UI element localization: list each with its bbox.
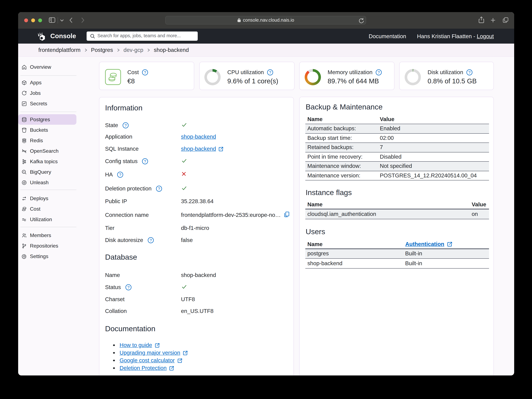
svg-text:?: ? [125, 123, 127, 127]
svg-text:?: ? [150, 238, 152, 242]
svg-text:?: ? [158, 187, 160, 191]
svg-text:?: ? [144, 159, 146, 163]
svg-text:?: ? [378, 70, 380, 75]
svg-text:?: ? [269, 70, 271, 75]
svg-text:?: ? [468, 70, 471, 75]
svg-text:?: ? [144, 70, 146, 75]
svg-text:?: ? [119, 172, 121, 177]
svg-text:?: ? [127, 285, 129, 289]
